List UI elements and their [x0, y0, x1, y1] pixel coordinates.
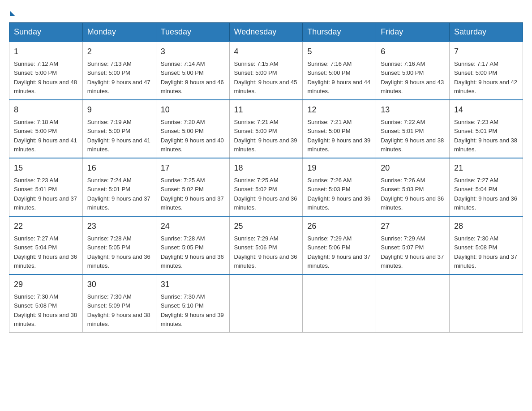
day-number: 22 — [14, 220, 78, 232]
calendar-cell: 22Sunrise: 7:27 AMSunset: 5:04 PMDayligh… — [9, 216, 83, 274]
header-wednesday: Wednesday — [229, 23, 303, 42]
page-header — [9, 9, 523, 14]
calendar-cell: 20Sunrise: 7:26 AMSunset: 5:03 PMDayligh… — [376, 158, 450, 216]
calendar-cell — [229, 274, 303, 333]
day-number: 31 — [161, 278, 225, 291]
day-number: 1 — [14, 46, 78, 58]
day-info: Sunrise: 7:30 AMSunset: 5:10 PMDaylight:… — [161, 293, 224, 327]
day-info: Sunrise: 7:30 AMSunset: 5:08 PMDaylight:… — [14, 293, 77, 327]
calendar-table: SundayMondayTuesdayWednesdayThursdayFrid… — [9, 22, 523, 333]
day-info: Sunrise: 7:23 AMSunset: 5:01 PMDaylight:… — [14, 177, 77, 211]
day-number: 25 — [234, 220, 298, 232]
day-info: Sunrise: 7:27 AMSunset: 5:04 PMDaylight:… — [14, 235, 77, 269]
day-number: 20 — [381, 162, 445, 174]
day-number: 9 — [87, 104, 151, 116]
calendar-cell: 7Sunrise: 7:17 AMSunset: 5:00 PMDaylight… — [450, 42, 523, 100]
day-number: 3 — [161, 46, 225, 58]
calendar-cell — [376, 274, 450, 333]
calendar-cell: 31Sunrise: 7:30 AMSunset: 5:10 PMDayligh… — [156, 274, 229, 333]
day-info: Sunrise: 7:24 AMSunset: 5:01 PMDaylight:… — [87, 177, 150, 211]
calendar-cell: 21Sunrise: 7:27 AMSunset: 5:04 PMDayligh… — [450, 158, 523, 216]
day-number: 4 — [234, 46, 298, 58]
calendar-cell: 13Sunrise: 7:22 AMSunset: 5:01 PMDayligh… — [376, 100, 450, 158]
day-info: Sunrise: 7:13 AMSunset: 5:00 PMDaylight:… — [87, 60, 150, 94]
day-number: 23 — [87, 220, 151, 232]
header-saturday: Saturday — [450, 23, 523, 42]
day-number: 2 — [87, 46, 151, 58]
calendar-cell: 14Sunrise: 7:23 AMSunset: 5:01 PMDayligh… — [450, 100, 523, 158]
day-info: Sunrise: 7:25 AMSunset: 5:02 PMDaylight:… — [234, 177, 297, 211]
day-number: 19 — [307, 162, 371, 174]
calendar-week-row: 22Sunrise: 7:27 AMSunset: 5:04 PMDayligh… — [9, 216, 523, 274]
day-number: 10 — [161, 104, 225, 116]
calendar-cell: 28Sunrise: 7:30 AMSunset: 5:08 PMDayligh… — [450, 216, 523, 274]
calendar-cell: 16Sunrise: 7:24 AMSunset: 5:01 PMDayligh… — [82, 158, 156, 216]
day-number: 12 — [307, 104, 371, 116]
day-number: 15 — [14, 162, 78, 174]
day-info: Sunrise: 7:26 AMSunset: 5:03 PMDaylight:… — [307, 177, 370, 211]
day-number: 26 — [307, 220, 371, 232]
calendar-cell: 8Sunrise: 7:18 AMSunset: 5:00 PMDaylight… — [9, 100, 83, 158]
day-number: 27 — [381, 220, 445, 232]
calendar-week-row: 8Sunrise: 7:18 AMSunset: 5:00 PMDaylight… — [9, 100, 523, 158]
calendar-cell: 19Sunrise: 7:26 AMSunset: 5:03 PMDayligh… — [303, 158, 376, 216]
day-info: Sunrise: 7:21 AMSunset: 5:00 PMDaylight:… — [234, 119, 297, 153]
calendar-cell: 30Sunrise: 7:30 AMSunset: 5:09 PMDayligh… — [82, 274, 156, 333]
day-number: 13 — [381, 104, 445, 116]
day-number: 30 — [87, 278, 151, 291]
day-number: 16 — [87, 162, 151, 174]
calendar-header-row: SundayMondayTuesdayWednesdayThursdayFrid… — [9, 23, 523, 42]
day-info: Sunrise: 7:28 AMSunset: 5:05 PMDaylight:… — [87, 235, 150, 269]
day-number: 28 — [454, 220, 518, 232]
day-info: Sunrise: 7:30 AMSunset: 5:09 PMDaylight:… — [87, 293, 150, 327]
calendar-week-row: 29Sunrise: 7:30 AMSunset: 5:08 PMDayligh… — [9, 274, 523, 333]
day-info: Sunrise: 7:29 AMSunset: 5:07 PMDaylight:… — [381, 235, 444, 269]
calendar-cell: 18Sunrise: 7:25 AMSunset: 5:02 PMDayligh… — [229, 158, 303, 216]
header-tuesday: Tuesday — [156, 23, 229, 42]
calendar-cell: 26Sunrise: 7:29 AMSunset: 5:06 PMDayligh… — [303, 216, 376, 274]
day-info: Sunrise: 7:22 AMSunset: 5:01 PMDaylight:… — [381, 119, 444, 153]
header-friday: Friday — [376, 23, 450, 42]
header-sunday: Sunday — [9, 23, 83, 42]
calendar-cell: 12Sunrise: 7:21 AMSunset: 5:00 PMDayligh… — [303, 100, 376, 158]
calendar-cell: 10Sunrise: 7:20 AMSunset: 5:00 PMDayligh… — [156, 100, 229, 158]
header-monday: Monday — [82, 23, 156, 42]
calendar-cell — [450, 274, 523, 333]
day-number: 21 — [454, 162, 518, 174]
day-info: Sunrise: 7:25 AMSunset: 5:02 PMDaylight:… — [161, 177, 224, 211]
day-number: 7 — [454, 46, 518, 58]
day-info: Sunrise: 7:16 AMSunset: 5:00 PMDaylight:… — [381, 60, 444, 94]
day-info: Sunrise: 7:19 AMSunset: 5:00 PMDaylight:… — [87, 119, 150, 153]
calendar-cell: 29Sunrise: 7:30 AMSunset: 5:08 PMDayligh… — [9, 274, 83, 333]
day-number: 14 — [454, 104, 518, 116]
day-info: Sunrise: 7:30 AMSunset: 5:08 PMDaylight:… — [454, 235, 517, 269]
day-info: Sunrise: 7:27 AMSunset: 5:04 PMDaylight:… — [454, 177, 517, 211]
calendar-cell: 25Sunrise: 7:29 AMSunset: 5:06 PMDayligh… — [229, 216, 303, 274]
calendar-cell: 24Sunrise: 7:28 AMSunset: 5:05 PMDayligh… — [156, 216, 229, 274]
calendar-cell: 1Sunrise: 7:12 AMSunset: 5:00 PMDaylight… — [9, 42, 83, 100]
calendar-cell: 5Sunrise: 7:16 AMSunset: 5:00 PMDaylight… — [303, 42, 376, 100]
calendar-cell: 17Sunrise: 7:25 AMSunset: 5:02 PMDayligh… — [156, 158, 229, 216]
logo — [9, 9, 15, 14]
day-info: Sunrise: 7:12 AMSunset: 5:00 PMDaylight:… — [14, 60, 77, 94]
calendar-cell: 6Sunrise: 7:16 AMSunset: 5:00 PMDaylight… — [376, 42, 450, 100]
day-number: 29 — [14, 278, 78, 291]
day-info: Sunrise: 7:18 AMSunset: 5:00 PMDaylight:… — [14, 119, 77, 153]
day-number: 24 — [161, 220, 225, 232]
day-info: Sunrise: 7:29 AMSunset: 5:06 PMDaylight:… — [234, 235, 297, 269]
day-number: 6 — [381, 46, 445, 58]
header-thursday: Thursday — [303, 23, 376, 42]
calendar-cell — [303, 274, 376, 333]
calendar-week-row: 1Sunrise: 7:12 AMSunset: 5:00 PMDaylight… — [9, 42, 523, 100]
calendar-cell: 3Sunrise: 7:14 AMSunset: 5:00 PMDaylight… — [156, 42, 229, 100]
day-info: Sunrise: 7:17 AMSunset: 5:00 PMDaylight:… — [454, 60, 517, 94]
calendar-cell: 15Sunrise: 7:23 AMSunset: 5:01 PMDayligh… — [9, 158, 83, 216]
logo-arrow-icon — [10, 11, 15, 16]
calendar-cell: 2Sunrise: 7:13 AMSunset: 5:00 PMDaylight… — [82, 42, 156, 100]
day-number: 8 — [14, 104, 78, 116]
day-number: 17 — [161, 162, 225, 174]
day-info: Sunrise: 7:14 AMSunset: 5:00 PMDaylight:… — [161, 60, 224, 94]
day-info: Sunrise: 7:29 AMSunset: 5:06 PMDaylight:… — [307, 235, 370, 269]
calendar-cell: 23Sunrise: 7:28 AMSunset: 5:05 PMDayligh… — [82, 216, 156, 274]
day-info: Sunrise: 7:21 AMSunset: 5:00 PMDaylight:… — [307, 119, 370, 153]
